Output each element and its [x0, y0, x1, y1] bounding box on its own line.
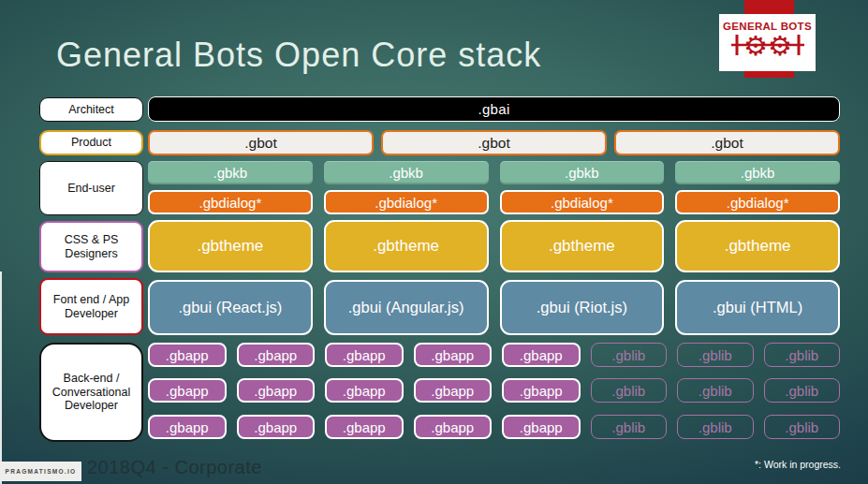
gbapp-box: .gbapp	[502, 343, 581, 367]
svg-text:⚙⚙: ⚙⚙	[743, 30, 792, 60]
work-in-progress-footnote: *: Work in progress.	[755, 459, 841, 470]
gblib-box: .gblib	[677, 378, 754, 403]
gbkb-box: .gbkb	[148, 161, 313, 184]
gbdialog-row: .gbdialog* .gbdialog* .gbdialog* .gbdial…	[148, 190, 840, 214]
gbapp-box: .gbapp	[237, 378, 316, 403]
gbapp-box: .gbapp	[148, 415, 227, 439]
gbai-row: .gbai	[148, 96, 840, 122]
gbui-react-box: .gbui (React.js)	[148, 280, 313, 335]
gbtheme-box: .gbtheme	[148, 220, 313, 272]
gbot-box: .gbot	[614, 130, 840, 155]
general-bots-logo: GENERAL BOTS ⚙⚙	[719, 14, 816, 71]
gbui-row: .gbui (React.js) .gbui (Angular.js) .gbu…	[148, 280, 840, 335]
slide-title: General Bots Open Core stack	[56, 36, 541, 75]
footer-date-label: 2018Q4 - Corporate	[87, 457, 262, 478]
gbdialog-box: .gbdialog*	[675, 190, 840, 214]
gblib-box: .gblib	[677, 415, 754, 439]
gblib-box: .gblib	[591, 415, 668, 439]
role-label-end-user: End-user	[39, 161, 143, 215]
gbkb-box: .gbkb	[324, 161, 489, 184]
gbot-row: .gbot .gbot .gbot	[148, 130, 840, 155]
gblib-box: .gblib	[591, 378, 668, 403]
gblib-box: .gblib	[764, 415, 841, 439]
gbapp-box: .gbapp	[237, 343, 316, 367]
gbapp-gblib-row: .gbapp .gbapp .gbapp .gbapp .gbapp .gbli…	[148, 343, 840, 367]
gbapp-box: .gbapp	[325, 415, 404, 439]
slide-left-edge	[0, 271, 2, 484]
gbui-html-box: .gbui (HTML)	[675, 280, 840, 335]
slide-canvas: General Bots Open Core stack GENERAL BOT…	[0, 0, 868, 484]
gbapp-box: .gbapp	[148, 343, 227, 367]
gbapp-box: .gbapp	[502, 378, 581, 403]
gbui-angular-box: .gbui (Angular.js)	[324, 280, 489, 335]
gbapp-gblib-row: .gbapp .gbapp .gbapp .gbapp .gbapp .gbli…	[148, 415, 840, 439]
gears-icon: ⚙⚙	[728, 30, 808, 64]
gbtheme-box: .gbtheme	[675, 220, 840, 272]
pragmatismo-logo-text: PRAGMATISMO.IO	[6, 468, 77, 475]
gbai-box: .gbai	[148, 96, 840, 122]
gbdialog-box: .gbdialog*	[148, 190, 313, 214]
gbtheme-box: .gbtheme	[500, 220, 665, 272]
role-label-architect: Architect	[39, 97, 143, 122]
gbdialog-box: .gbdialog*	[500, 190, 665, 214]
gbapp-box: .gbapp	[414, 378, 493, 403]
gbkb-row: .gbkb .gbkb .gbkb .gbkb	[148, 161, 840, 184]
gblib-box: .gblib	[591, 343, 668, 367]
role-label-front-end-app-developer: Font end / App Developer	[39, 278, 143, 335]
gbot-box: .gbot	[148, 130, 374, 155]
gbdialog-box: .gbdialog*	[324, 190, 489, 214]
gblib-box: .gblib	[677, 343, 754, 367]
pragmatismo-logo: PRAGMATISMO.IO	[0, 462, 81, 481]
gbtheme-row: .gbtheme .gbtheme .gbtheme .gbtheme	[148, 220, 840, 272]
gbkb-box: .gbkb	[675, 161, 840, 184]
gblib-box: .gblib	[764, 378, 841, 403]
gbtheme-box: .gbtheme	[324, 220, 489, 272]
gbapp-gblib-row: .gbapp .gbapp .gbapp .gbapp .gbapp .gbli…	[148, 378, 840, 403]
gbapp-box: .gbapp	[414, 343, 493, 367]
gbui-riot-box: .gbui (Riot.js)	[500, 280, 665, 335]
gblib-box: .gblib	[764, 343, 841, 367]
gbapp-box: .gbapp	[414, 415, 493, 439]
role-label-product: Product	[39, 130, 143, 155]
gbkb-box: .gbkb	[500, 161, 665, 184]
gbapp-box: .gbapp	[502, 415, 581, 439]
gbapp-box: .gbapp	[148, 378, 227, 403]
role-label-css-ps-designers: CSS & PS Designers	[39, 221, 143, 272]
gbapp-box: .gbapp	[325, 343, 404, 367]
role-label-back-end-conversational-developer: Back-end / Conversational Developer	[39, 343, 143, 442]
gbapp-box: .gbapp	[325, 378, 404, 403]
gbot-box: .gbot	[381, 130, 607, 155]
gbapp-box: .gbapp	[237, 415, 316, 439]
